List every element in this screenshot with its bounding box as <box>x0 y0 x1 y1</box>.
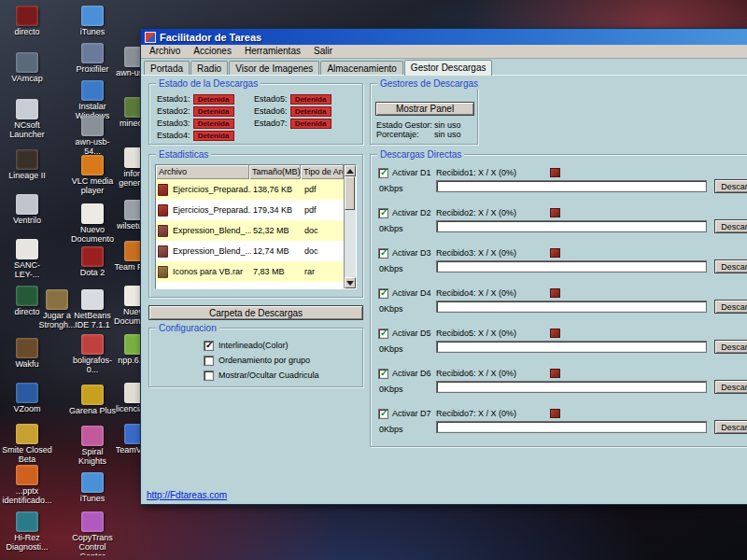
activar-checkbox[interactable] <box>378 409 388 419</box>
column-header-tama-o-mb[interactable]: Tamaño(MB) <box>249 165 301 179</box>
activar-checkbox[interactable] <box>378 329 388 339</box>
desktop-icon-ventrilo[interactable]: Ventrilo <box>2 194 52 226</box>
descargar-button[interactable]: Descargar <box>714 380 747 394</box>
pptx-identificado-icon <box>16 465 38 485</box>
desktop-icon-directo[interactable]: directo <box>2 6 52 37</box>
carpeta-descargas-button[interactable]: Carpeta de Descargas <box>148 305 363 320</box>
desktop-icon-hi-rez-diagnosti[interactable]: Hi-Rez Diagnosti... <box>2 511 52 553</box>
desktop-icon-ncsoft-launcher[interactable]: NCsoft Launcher <box>2 99 52 140</box>
file-size: 138,76 KB <box>251 185 303 194</box>
desktop-icon-vzoom[interactable]: VZoom <box>2 383 52 414</box>
lineage-ii-icon <box>16 149 38 170</box>
dl-rows: Activar D1Recibido1: X / X (0%)0KbpsDesc… <box>378 166 747 447</box>
download-file-icon <box>550 329 560 338</box>
menu-archivo[interactable]: Archivo <box>143 45 187 58</box>
tab-almacenamiento[interactable]: Almacenamiento <box>320 61 402 75</box>
checkbox[interactable] <box>204 356 214 366</box>
descargar-button[interactable]: Descargar <box>714 259 747 273</box>
rar-file-icon <box>158 266 168 278</box>
mostrar-panel-button[interactable]: Mostrar Panel <box>375 102 474 116</box>
desktop-icon-label: Proxifiler <box>76 65 108 75</box>
activar-checkbox[interactable] <box>378 248 388 259</box>
activar-checkbox[interactable] <box>378 288 388 299</box>
progress-bar <box>436 180 707 192</box>
desktop-icon-pptx-identificado[interactable]: ...pptx identificado... <box>2 465 52 506</box>
table-row[interactable]: Iconos para VB.rar7,83 MBrar <box>156 261 344 282</box>
config-option-interlineado-color[interactable]: Interlineado(Color) <box>204 340 319 351</box>
file-size: 7,83 MB <box>251 267 303 276</box>
itunes-icon <box>81 6 104 26</box>
table-row[interactable]: Expression_Blend_...52,32 MBdoc <box>156 220 344 241</box>
table-row[interactable]: Ejercicios_Preparad...138,76 KBpdf <box>156 179 344 200</box>
descargar-button[interactable]: Descargar <box>714 420 747 434</box>
tab-radio[interactable]: Radio <box>190 61 228 75</box>
estado-badge: Detenida <box>290 106 331 117</box>
estado-badge: Detenida <box>193 94 234 105</box>
download-row-7: Activar D7Recibido7: X / X (0%)0KbpsDesc… <box>378 407 747 447</box>
download-row-header: Activar D2Recibido2: X / X (0%) <box>378 206 747 219</box>
desktop-icon-lineage-ii[interactable]: Lineage II <box>2 149 52 181</box>
activar-checkbox[interactable] <box>378 168 388 178</box>
vlc-media-player-icon <box>81 155 104 175</box>
table-scrollbar[interactable] <box>344 165 356 288</box>
titlebar[interactable]: Facilitador de Tareas <box>141 29 747 45</box>
desktop-icon-label: Dota 2 <box>80 269 106 278</box>
desktop-icon-itunes[interactable]: iTunes <box>67 6 118 37</box>
estado-group-title: Estado de la Descargas <box>156 78 261 89</box>
column-header-tipo-de-archivo[interactable]: Tipo de Archivo <box>301 165 344 179</box>
estado-row: Estado2:Detenida <box>157 106 234 116</box>
pdf-file-icon <box>158 184 168 196</box>
column-header-archivo[interactable]: Archivo <box>156 165 249 179</box>
config-option-mostrar-ocultar-cuadricula[interactable]: Mostrar/Ocultar Cuadricula <box>204 370 319 381</box>
download-row-1: Activar D1Recibido1: X / X (0%)0KbpsDesc… <box>378 166 747 206</box>
descargar-button[interactable]: Descargar <box>714 340 747 354</box>
spiral-knights-icon <box>81 426 104 446</box>
estado-row: Estado4:Detenida <box>157 131 234 140</box>
website-link[interactable]: http://Fdtareas.com <box>147 490 227 500</box>
file-name: Iconos para VB.rar <box>171 267 251 276</box>
desktop-icon-wakfu[interactable]: Wakfu <box>2 338 52 370</box>
checkbox[interactable] <box>204 371 214 381</box>
boligrafos-0-icon <box>81 334 104 355</box>
desktop-icon-vamcap[interactable]: VAmcap <box>2 52 52 84</box>
desktop-icon-copytrans-control-center[interactable]: CopyTrans Control Center <box>67 511 118 555</box>
config-group-title: Configuracion <box>156 323 219 333</box>
descargar-button[interactable]: Descargar <box>714 300 747 314</box>
checkbox[interactable] <box>204 341 214 351</box>
menu-salir[interactable]: Salir <box>307 45 339 58</box>
estado-label: Estado4: <box>157 131 190 140</box>
tab-portada[interactable]: Portada <box>144 61 190 75</box>
estado-badge: Detenida <box>193 119 234 129</box>
download-row-header: Activar D5Recibido5: X / X (0%) <box>378 327 747 340</box>
estado-badge: Detenida <box>193 131 234 141</box>
table-row[interactable]: Ejercicios_Preparad...179,34 KBpdf <box>156 200 344 220</box>
recibido-label: Recibido6: X / X (0%) <box>436 369 516 378</box>
config-option-ordenamiento-por-grupo[interactable]: Ordenamiento por grupo <box>204 355 319 366</box>
tab-gestor-descargas[interactable]: Gestor Descargas <box>404 60 493 76</box>
activar-label: Activar D5 <box>392 329 431 338</box>
activar-label: Activar D4 <box>392 288 431 298</box>
descargar-button[interactable]: Descargar <box>714 219 747 233</box>
activar-label: Activar D3 <box>392 248 431 258</box>
table-row[interactable]: Expression_Blend_...12,74 MBdoc <box>156 241 344 261</box>
desktop-icon-label: SANC-LEY-... <box>2 261 52 280</box>
desktop-icon-itunes[interactable]: iTunes <box>67 472 118 504</box>
menu-acciones[interactable]: Acciones <box>187 45 238 58</box>
scroll-down-icon[interactable] <box>345 277 356 288</box>
progress-bar <box>436 260 707 273</box>
activar-checkbox[interactable] <box>378 369 388 379</box>
download-row-header: Activar D6Recibido6: X / X (0%) <box>378 367 747 380</box>
desktop-icon-sanc-ley[interactable]: SANC-LEY-... <box>2 239 52 280</box>
descargar-button[interactable]: Descargar <box>714 179 747 193</box>
gestores-group-title: Gestores de Descargas <box>377 78 481 89</box>
desktop-icon-smite-closed-beta[interactable]: Smite Closed Beta <box>2 424 52 465</box>
speed-label: 0Kbps <box>379 344 403 354</box>
scroll-up-icon[interactable] <box>345 165 356 176</box>
proxifiler-icon <box>81 43 104 63</box>
tab-visor-de-imagenes[interactable]: Visor de Imagenes <box>229 61 319 75</box>
porcentaje-line: Porcentaje: sin uso <box>376 130 461 139</box>
menu-herramientas[interactable]: Herramientas <box>238 45 307 58</box>
scrollbar-track[interactable] <box>345 176 356 277</box>
activar-checkbox[interactable] <box>378 208 388 218</box>
scrollbar-thumb[interactable] <box>345 176 355 210</box>
